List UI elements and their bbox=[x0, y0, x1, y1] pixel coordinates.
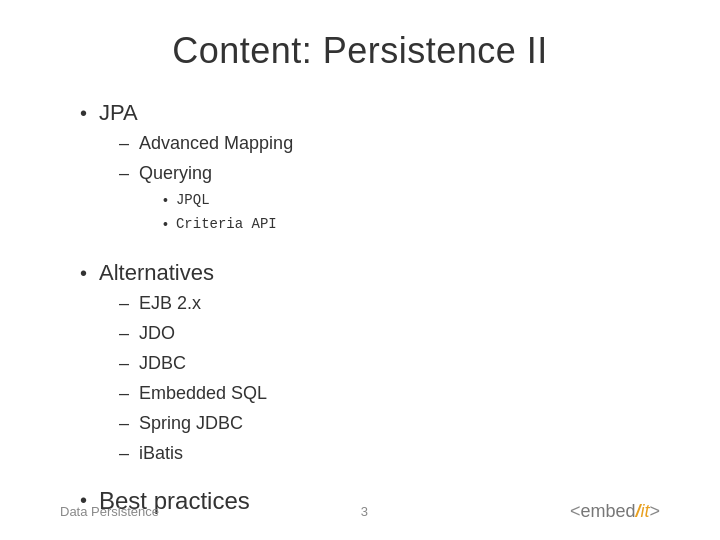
footer-page-number: 3 bbox=[361, 504, 368, 519]
brand-open-bracket: < bbox=[570, 501, 581, 521]
dash-icon-jdbc: – bbox=[119, 350, 129, 377]
bullet-text-jpa: JPA bbox=[99, 100, 138, 125]
footer-left-text: Data Persistence bbox=[60, 504, 159, 519]
alt-embedded-sql: – Embedded SQL bbox=[119, 380, 267, 407]
dash-icon-2: – bbox=[119, 160, 129, 187]
ibatis-text: iBatis bbox=[139, 440, 183, 467]
embedded-sql-text: Embedded SQL bbox=[139, 380, 267, 407]
dash-icon-spring: – bbox=[119, 410, 129, 437]
footer-brand: <embed/it> bbox=[570, 501, 660, 522]
jpql-text: JPQL bbox=[176, 189, 210, 211]
alt-ibatis: – iBatis bbox=[119, 440, 267, 467]
alt-ejb: – EJB 2.x bbox=[119, 290, 267, 317]
spring-jdbc-text: Spring JDBC bbox=[139, 410, 243, 437]
querying-text: Querying bbox=[139, 163, 212, 183]
criteria-text: Criteria API bbox=[176, 213, 277, 235]
slide: Content: Persistence II • JPA – Advanced… bbox=[0, 0, 720, 540]
dash-icon-ibatis: – bbox=[119, 440, 129, 467]
jpa-querying: – Querying • JPQL • Criteria API bbox=[119, 160, 293, 240]
dash-icon-jdo: – bbox=[119, 320, 129, 347]
slide-content: • JPA – Advanced Mapping – Querying bbox=[60, 100, 660, 515]
ejb-text: EJB 2.x bbox=[139, 290, 201, 317]
jpa-sub-items: – Advanced Mapping – Querying • JPQL bbox=[119, 130, 293, 240]
alternatives-sub-items: – EJB 2.x – JDO – JDBC – Embedded SQL bbox=[119, 290, 267, 467]
brand-embed: embed bbox=[580, 501, 635, 521]
bullet-jpa: • JPA – Advanced Mapping – Querying bbox=[80, 100, 660, 244]
nested-jpql: • JPQL bbox=[163, 189, 277, 211]
alt-spring-jdbc: – Spring JDBC bbox=[119, 410, 267, 437]
jdo-text: JDO bbox=[139, 320, 175, 347]
dash-icon-ejb: – bbox=[119, 290, 129, 317]
slide-title: Content: Persistence II bbox=[60, 30, 660, 72]
dash-icon-embedded: – bbox=[119, 380, 129, 407]
querying-nested: • JPQL • Criteria API bbox=[163, 189, 277, 236]
bullet-alternatives: • Alternatives – EJB 2.x – JDO – JDBC bbox=[80, 260, 660, 471]
dash-icon-1: – bbox=[119, 130, 129, 157]
nested-dot-jpql: • bbox=[163, 189, 168, 211]
brand-close-bracket: > bbox=[649, 501, 660, 521]
bullet-text-alternatives: Alternatives bbox=[99, 260, 214, 285]
jdbc-text: JDBC bbox=[139, 350, 186, 377]
nested-criteria: • Criteria API bbox=[163, 213, 277, 235]
nested-dot-criteria: • bbox=[163, 213, 168, 235]
alt-jdo: – JDO bbox=[119, 320, 267, 347]
bullet-dot-alternatives: • bbox=[80, 262, 87, 285]
bullet-dot-jpa: • bbox=[80, 102, 87, 125]
alt-jdbc: – JDBC bbox=[119, 350, 267, 377]
jpa-advanced-mapping: – Advanced Mapping bbox=[119, 130, 293, 157]
advanced-mapping-text: Advanced Mapping bbox=[139, 130, 293, 157]
slide-footer: Data Persistence 3 <embed/it> bbox=[60, 501, 660, 522]
